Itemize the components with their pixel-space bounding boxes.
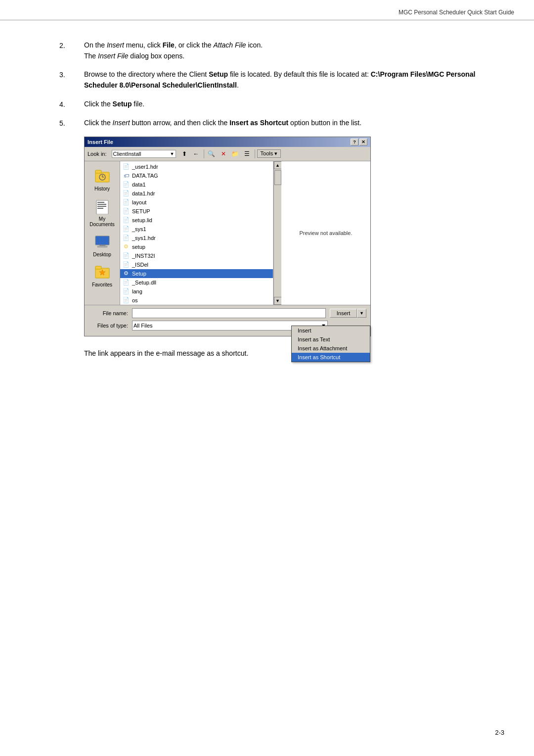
view-icon[interactable]: ☰ xyxy=(242,149,253,159)
dialog-body: History My Documents xyxy=(85,161,370,305)
back-icon[interactable]: ← xyxy=(191,149,202,159)
delete-icon[interactable]: ✕ xyxy=(218,149,229,159)
preview-panel: Preview not available. xyxy=(281,161,370,305)
file-name-lang: lang xyxy=(132,288,142,294)
file-icon-lang: 📄 xyxy=(122,287,130,295)
file-item-layout[interactable]: 📄 layout xyxy=(120,198,273,207)
toolbar-icons: ⬆ ← 🔍 ✕ 📁 ☰ Tools ▾ xyxy=(179,149,281,159)
file-icon-setuplid: 📄 xyxy=(122,216,130,224)
file-name-data1hdr: data1.hdr xyxy=(132,190,155,196)
file-name-datatag: DATA.TAG xyxy=(132,173,158,179)
item-text-4: Click the Setup file. xyxy=(84,99,494,110)
look-in-value: ClientInstall xyxy=(113,151,141,157)
file-icon-sys1: 📄 xyxy=(122,225,130,233)
file-icon-data1: 📄 xyxy=(122,181,130,189)
history-icon xyxy=(93,167,111,185)
file-icon-setup-lower: ⚙ xyxy=(122,243,130,251)
file-icon-sys1hdr: 📄 xyxy=(122,234,130,242)
file-name-setupdll: _Setup.dll xyxy=(132,280,156,285)
file-name-setup-upper: SETUP xyxy=(132,208,150,214)
file-item-sys1hdr[interactable]: 📄 _sys1.hdr xyxy=(120,234,273,242)
file-item-inst32i[interactable]: 📄 _INST32I xyxy=(120,251,273,260)
file-item-setup-upper[interactable]: 📄 SETUP xyxy=(120,207,273,216)
file-item-user1hdr[interactable]: 📄 _user1.hdr xyxy=(120,162,273,171)
file-name-data1: data1 xyxy=(132,182,146,188)
file-name-setup-exe: Setup xyxy=(132,271,146,277)
filename-input[interactable] xyxy=(132,308,326,318)
context-menu-insert[interactable]: Insert xyxy=(292,326,370,335)
file-item-datatag[interactable]: 🏷 DATA.TAG xyxy=(120,171,273,180)
file-icon-os: 📄 xyxy=(122,296,130,304)
footer-note: The link appears in the e-mail message a… xyxy=(59,348,494,359)
file-item-sys1[interactable]: 📄 _sys1 xyxy=(120,225,273,234)
file-item-setuplid[interactable]: 📄 setup.lid xyxy=(120,216,273,225)
file-item-setupdll[interactable]: 📄 _Setup.dll xyxy=(120,278,273,287)
sidebar-item-my-documents[interactable]: My Documents xyxy=(86,195,119,229)
my-documents-label: My Documents xyxy=(87,216,118,227)
toolbar-separator-2 xyxy=(255,149,255,158)
page-number: 2-3 xyxy=(495,729,504,736)
context-menu-insert-as-shortcut[interactable]: Insert as Shortcut xyxy=(292,353,370,362)
file-name-user1hdr: _user1.hdr xyxy=(132,164,158,170)
file-icon-setupdll: 📄 xyxy=(122,279,130,286)
close-button[interactable]: ✕ xyxy=(359,139,367,145)
file-list: 📄 _user1.hdr 🏷 DATA.TAG 📄 data1 📄 xyxy=(120,161,273,305)
scroll-down-arrow[interactable]: ▼ xyxy=(274,297,282,305)
header-title: MGC Personal Scheduler Quick Start Guide xyxy=(399,9,514,16)
file-list-scrollbar[interactable]: ▲ ▼ xyxy=(273,161,281,305)
insert-arrow-button[interactable]: ▼ xyxy=(357,309,366,318)
file-item-setup-exe[interactable]: ⚙ Setup xyxy=(120,269,273,278)
page-header: MGC Personal Scheduler Quick Start Guide xyxy=(0,0,534,20)
dropdown-arrow: ▼ xyxy=(170,151,175,156)
insert-context-menu: Insert Insert as Text Insert as Attachme… xyxy=(291,326,370,362)
dialog-title: Insert File xyxy=(88,139,113,145)
svg-rect-10 xyxy=(95,236,109,245)
tools-dropdown-button[interactable]: Tools ▾ xyxy=(257,149,281,158)
filetype-value: All Files xyxy=(134,323,153,329)
item-text-2: On the Insert menu, click File, or click… xyxy=(84,40,494,61)
look-in-label: Look in: xyxy=(88,151,107,157)
sidebar-item-favorites[interactable]: Favorites xyxy=(86,261,119,289)
new-folder-icon[interactable]: 📁 xyxy=(230,149,241,159)
svg-rect-6 xyxy=(97,202,104,203)
help-button[interactable]: ? xyxy=(351,139,358,145)
toolbar-separator xyxy=(204,149,204,158)
svg-rect-14 xyxy=(95,266,101,269)
context-menu-insert-as-text[interactable]: Insert as Text xyxy=(292,335,370,344)
look-in-dropdown[interactable]: ClientInstall ▼ xyxy=(112,150,176,158)
svg-rect-12 xyxy=(97,246,107,247)
file-name-sys1: _sys1 xyxy=(132,226,146,232)
dialog-bottom: File name: Insert ▼ Insert Insert as Tex… xyxy=(85,305,370,336)
sidebar-item-desktop[interactable]: Desktop xyxy=(86,231,119,259)
places-sidebar: History My Documents xyxy=(85,161,120,305)
scroll-up-arrow[interactable]: ▲ xyxy=(274,161,282,169)
scroll-thumb[interactable] xyxy=(274,170,281,185)
search-icon[interactable]: 🔍 xyxy=(206,149,217,159)
insert-file-dialog[interactable]: Insert File ? ✕ Look in: ClientInstall ▼… xyxy=(84,137,371,336)
svg-rect-7 xyxy=(97,204,106,205)
insert-button-group: Insert ▼ Insert Insert as Text Insert as… xyxy=(330,309,366,318)
file-name-layout: layout xyxy=(132,199,146,205)
file-item-os[interactable]: 📄 os xyxy=(120,296,273,305)
context-menu-insert-as-attachment[interactable]: Insert as Attachment xyxy=(292,344,370,353)
file-name-sys1hdr: _sys1.hdr xyxy=(132,235,156,241)
file-list-panel: 📄 _user1.hdr 🏷 DATA.TAG 📄 data1 📄 xyxy=(120,161,273,305)
file-item-data1hdr[interactable]: 📄 data1.hdr xyxy=(120,189,273,198)
insert-main-button[interactable]: Insert xyxy=(330,309,357,318)
item-number-3: 3. xyxy=(59,69,84,91)
file-icon-user1hdr: 📄 xyxy=(122,163,130,171)
svg-rect-9 xyxy=(97,208,103,209)
preview-text: Preview not available. xyxy=(299,230,352,236)
history-label: History xyxy=(94,186,110,191)
sidebar-item-history[interactable]: History xyxy=(86,165,119,193)
file-name-setup-lower: setup xyxy=(132,244,145,250)
up-folder-icon[interactable]: ⬆ xyxy=(179,149,190,159)
filetype-label: Files of type: xyxy=(89,323,128,329)
file-item-setup-lower[interactable]: ⚙ setup xyxy=(120,242,273,251)
svg-rect-8 xyxy=(97,206,106,207)
file-icon-data1hdr: 📄 xyxy=(122,189,130,197)
file-icon-isdel: 📄 xyxy=(122,261,130,269)
file-item-lang[interactable]: 📄 lang xyxy=(120,287,273,296)
file-item-isdel[interactable]: 📄 _ISDel xyxy=(120,260,273,269)
file-item-data1[interactable]: 📄 data1 xyxy=(120,180,273,189)
